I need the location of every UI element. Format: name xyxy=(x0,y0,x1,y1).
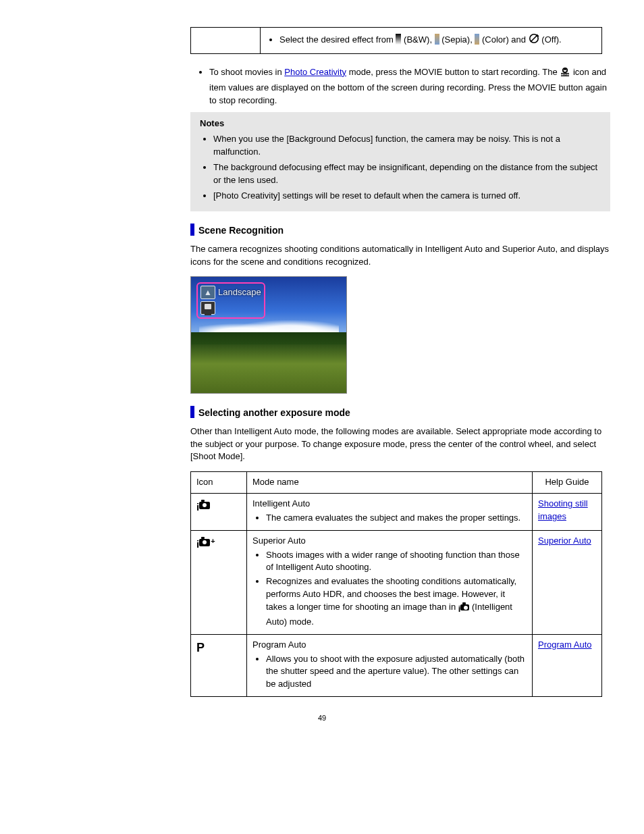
mode-name: Program Auto xyxy=(252,640,306,650)
section-bar-icon xyxy=(190,406,194,418)
scene-recognition-heading: Scene Recognition xyxy=(190,224,610,237)
page: Select the desired effect from (B&W), (S… xyxy=(0,0,644,744)
scene-sample-image: ▲ Landscape xyxy=(190,276,347,394)
intelligent-auto-icon: i xyxy=(458,603,470,616)
intelligent-auto-icon: i xyxy=(196,500,210,515)
creativity-text: Select the desired effect from xyxy=(279,34,394,45)
landscape-icon: ▲ xyxy=(200,286,215,299)
svg-text:MOVIE: MOVIE xyxy=(561,74,570,76)
bw-icon xyxy=(396,34,401,45)
osd-landscape-label: Landscape xyxy=(218,286,261,299)
svg-rect-3 xyxy=(564,68,566,70)
mode-name: Intelligent Auto xyxy=(252,498,310,509)
opt-off: (Off). xyxy=(541,34,561,45)
mode-desc: Recognizes and evaluates the shooting co… xyxy=(266,575,527,628)
program-auto-icon: P xyxy=(196,641,205,654)
exposure-modes-heading: Selecting another exposure mode xyxy=(190,406,610,419)
movie-note-list: To shoot movies in Photo Creativity mode… xyxy=(209,66,610,107)
table-header-row: Icon Mode name Help Guide xyxy=(191,472,602,494)
photo-creativity-link[interactable]: Photo Creativity xyxy=(284,67,346,77)
col-guide: Help Guide xyxy=(533,472,602,494)
mode-desc: Shoots images with a wider range of shoo… xyxy=(266,549,527,575)
mode-name: Superior Auto xyxy=(252,536,306,546)
movie-icon: MOVIE xyxy=(560,67,570,82)
opt-color: (Color) and xyxy=(482,34,526,45)
scene-osd-frame: ▲ Landscape xyxy=(196,282,265,319)
mode-desc: Allows you to shoot with the exposure ad… xyxy=(266,653,527,692)
notes-box: Notes When you use the [Background Defoc… xyxy=(190,112,610,211)
tripod-icon xyxy=(200,301,215,315)
notes-heading: Notes xyxy=(200,118,601,130)
movie-note-text2: mode, press the MOVIE button to start re… xyxy=(349,67,558,77)
exposure-modes-table: Icon Mode name Help Guide i Intelligent … xyxy=(190,471,602,697)
opt-sepia: (Sepia), xyxy=(441,34,473,45)
guide-link[interactable]: Superior Auto xyxy=(538,536,591,546)
movie-note-text1: To shoot movies in xyxy=(209,67,284,77)
scene-paragraph: The camera recognizes shooting condition… xyxy=(190,243,610,269)
content-column: Select the desired effect from (B&W), (S… xyxy=(190,27,610,697)
note-item: [Photo Creativity] settings will be rese… xyxy=(213,190,601,203)
note-item: The background defocusing effect may be … xyxy=(213,161,601,187)
sepia-icon xyxy=(435,34,439,45)
guide-link[interactable]: Shooting still images xyxy=(538,498,588,521)
guide-link[interactable]: Program Auto xyxy=(538,640,592,650)
col-name: Mode name xyxy=(247,472,533,494)
note-item: When you use the [Background Defocus] fu… xyxy=(213,133,601,159)
table-row: i Intelligent Auto The camera evaluates … xyxy=(191,494,602,531)
section-bar-icon xyxy=(190,224,194,236)
table-row: i+ Superior Auto Shoots images with a wi… xyxy=(191,530,602,634)
opt-bw: (B&W), xyxy=(404,34,432,45)
exposure-modes-paragraph: Other than Intelligent Auto mode, the fo… xyxy=(190,425,610,464)
creativity-options-table: Select the desired effect from (B&W), (S… xyxy=(190,27,602,54)
superior-auto-icon: i+ xyxy=(196,536,215,552)
off-icon xyxy=(529,33,539,48)
creativity-bullet: Select the desired effect from (B&W), (S… xyxy=(279,33,596,48)
page-number: 49 xyxy=(34,713,610,724)
movie-note: To shoot movies in Photo Creativity mode… xyxy=(209,66,610,107)
color-icon xyxy=(475,34,479,45)
col-icon: Icon xyxy=(191,472,247,494)
mode-desc: The camera evaluates the subject and mak… xyxy=(266,512,527,525)
table-row: P Program Auto Allows you to shoot with … xyxy=(191,634,602,696)
